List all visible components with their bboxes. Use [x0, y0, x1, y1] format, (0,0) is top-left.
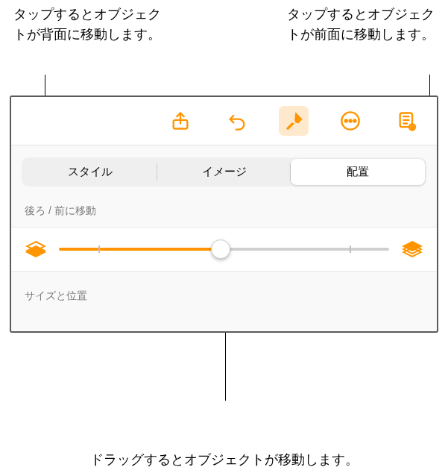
format-brush-icon — [283, 110, 304, 131]
move-to-front-button[interactable] — [401, 238, 423, 260]
undo-button[interactable] — [222, 106, 252, 136]
move-back-front-label: 後ろ / 前に移動 — [25, 204, 423, 218]
callout-drag: ドラッグするとオブジェクトが移動します。 — [0, 450, 448, 470]
more-icon — [340, 110, 361, 131]
callout-front-tap: タップするとオブジェクトが前面に移動します。 — [285, 4, 435, 45]
more-button[interactable] — [335, 106, 365, 136]
tab-arrange[interactable]: 配置 — [291, 159, 425, 185]
share-icon — [170, 110, 191, 131]
undo-icon — [227, 110, 247, 131]
callout-back-tap: タップするとオブジェクトが背面に移動します。 — [13, 4, 163, 45]
share-button[interactable] — [165, 106, 195, 136]
svg-point-2 — [345, 119, 347, 122]
layers-back-icon — [25, 240, 46, 258]
reading-view-icon — [397, 110, 417, 131]
toolbar — [11, 97, 437, 145]
layers-front-icon — [402, 240, 423, 258]
format-tabs: スタイル イメージ 配置 — [22, 157, 426, 187]
size-position-label: サイズと位置 — [25, 289, 423, 303]
device-frame: スタイル イメージ 配置 後ろ / 前に移動 サイズと位置 — [10, 95, 438, 333]
tab-image[interactable]: イメージ — [157, 159, 291, 185]
reading-view-button[interactable] — [392, 106, 422, 136]
layer-order-slider[interactable] — [59, 240, 389, 258]
tab-style[interactable]: スタイル — [23, 159, 157, 185]
svg-point-10 — [411, 125, 414, 128]
slider-handle[interactable] — [211, 239, 230, 259]
slider-tick — [98, 245, 100, 253]
slider-tick — [350, 245, 351, 253]
svg-point-4 — [353, 119, 356, 122]
svg-point-3 — [349, 119, 351, 122]
move-to-back-button[interactable] — [25, 238, 47, 260]
layer-order-row — [11, 227, 437, 272]
format-button[interactable] — [279, 106, 309, 136]
